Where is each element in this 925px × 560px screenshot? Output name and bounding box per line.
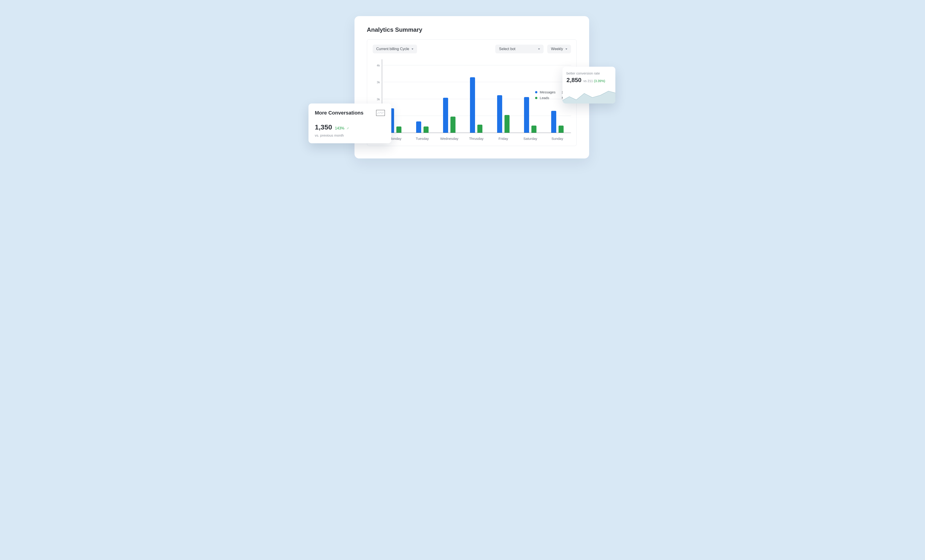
metric-value: 2,850 [566,77,582,83]
x-axis-labels: MondayTuesdayWednesdayThrusdayFridaySatu… [382,134,571,142]
legend-name: Leads [540,96,559,100]
bar-group [490,59,517,133]
select-bot-dropdown[interactable]: Select bot [495,45,544,53]
bar [416,122,421,133]
bar [423,126,429,133]
filters-row: Current billing Cycle Select bot Weekly [373,45,571,53]
chart-panel: Current billing Cycle Select bot Weekly … [367,39,577,146]
card-label: better conversion rate [566,71,611,75]
bar [396,126,401,133]
metric-vs: vs 211 [583,79,593,83]
x-tick-label: Wednesday [436,134,462,142]
conversion-rate-card: better conversion rate 2,850 vs 211 (3.3… [562,67,615,104]
x-tick-label: Thrusday [463,134,490,142]
metric-value: 1,350 [315,123,332,131]
bar [532,126,536,133]
select-bot-label: Select bot [499,47,515,51]
bar [443,98,448,133]
chevron-down-icon [565,48,567,50]
bar [478,125,482,133]
bar [559,126,563,133]
y-tick-label: 3k [377,80,380,84]
bar [470,77,475,133]
x-tick-label: Saturday [517,134,544,142]
bar [450,117,455,133]
billing-cycle-dropdown[interactable]: Current billing Cycle [373,45,417,53]
metric-pct: (3.39%) [594,79,605,83]
y-tick-label: 3k [377,97,380,101]
legend-name: Messages [540,90,559,94]
panel-title: Analytics Summary [367,26,577,33]
sparkline-icon [376,110,385,116]
card-title: More Conversations [315,110,364,116]
billing-cycle-label: Current billing Cycle [377,47,409,51]
bar [551,111,556,133]
metric-row: 2,850 vs 211 (3.39%) [566,77,611,84]
bar-group [436,59,462,133]
legend-dot-icon [535,91,537,93]
x-tick-label: Sunday [544,134,571,142]
more-conversations-card: More Conversations 1,350 143% → vs. prev… [309,104,391,143]
chevron-down-icon [538,48,540,50]
legend-dot-icon [535,97,537,99]
arrow-up-icon: → [345,126,350,131]
bar [505,115,509,133]
period-label: Weekly [551,47,563,51]
bar-group [409,59,436,133]
bar-chart: 4k3k3k MondayTuesdayWednesdayThrusdayFri… [373,59,571,142]
metric-subtext: vs. previous month [315,133,385,137]
area-sparkline [562,86,615,104]
chevron-down-icon [411,48,413,50]
x-tick-label: Tuesday [409,134,436,142]
x-tick-label: Friday [490,134,517,142]
period-dropdown[interactable]: Weekly [547,45,571,53]
metric-row: 1,350 143% → [315,123,385,131]
bar [497,95,502,133]
metric-pct: 143% [335,126,344,130]
bar [524,97,529,133]
y-tick-label: 4k [377,63,380,67]
bar-group [463,59,490,133]
